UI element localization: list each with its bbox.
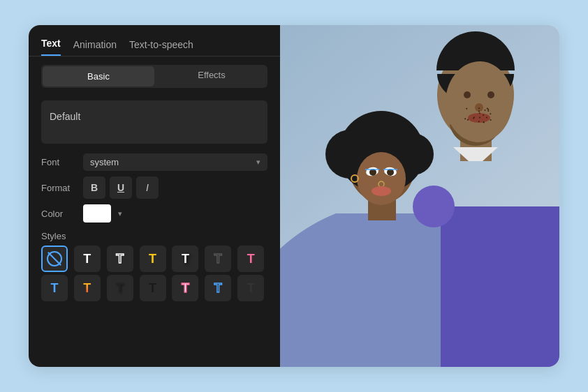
no-sign-icon — [47, 251, 62, 266]
font-row: Font system ▾ — [41, 153, 267, 171]
color-label: Color — [41, 209, 78, 219]
t-bordered-pink-icon: T — [182, 281, 189, 296]
bold-button[interactable]: B — [83, 176, 105, 199]
styles-label: Styles — [41, 231, 267, 241]
color-row: Color ▾ — [41, 204, 267, 223]
tab-text[interactable]: Text — [41, 38, 61, 56]
t-shadow-dark-icon: T — [116, 281, 124, 296]
right-panel — [280, 25, 559, 367]
underline-button[interactable]: U — [110, 176, 132, 199]
style-none[interactable] — [41, 246, 68, 272]
font-value: system — [90, 157, 119, 167]
style-item-9[interactable]: T — [107, 275, 133, 301]
t-pink-icon: T — [247, 252, 255, 266]
style-item-11[interactable]: T — [172, 275, 198, 301]
style-item-6[interactable]: T — [237, 246, 264, 272]
style-item-2[interactable]: T — [107, 246, 133, 272]
chevron-down-icon: ▾ — [256, 158, 260, 167]
format-buttons: B U I — [83, 176, 159, 199]
t-shadow-icon: T — [182, 252, 189, 266]
format-row: Format B U I — [41, 176, 267, 199]
t-white-icon: T — [83, 252, 91, 266]
font-label: Font — [41, 157, 78, 167]
style-item-10[interactable]: T — [140, 275, 166, 301]
color-chevron-icon[interactable]: ▾ — [118, 209, 122, 218]
t-gradient-icon: T — [83, 281, 91, 296]
color-swatch[interactable] — [83, 204, 111, 223]
main-card: Text Animation Text-to-speech Basic Effe… — [29, 25, 559, 367]
font-select[interactable]: system ▾ — [83, 153, 267, 171]
style-item-1[interactable]: T — [74, 246, 101, 272]
t-dark-icon: T — [247, 281, 255, 296]
t-outline-blue-icon: T — [214, 281, 222, 296]
format-label: Format — [41, 183, 78, 193]
tabs-row: Text Animation Text-to-speech — [29, 25, 280, 56]
t-blue-icon: T — [51, 281, 59, 296]
text-preview-area[interactable]: Default — [41, 100, 267, 144]
t-outline-icon: T — [116, 252, 124, 266]
styles-grid: T T T T T T T — [41, 246, 267, 301]
default-text: Default — [50, 111, 80, 122]
left-panel: Text Animation Text-to-speech Basic Effe… — [29, 25, 280, 367]
style-item-3[interactable]: T — [140, 246, 166, 272]
tab-tts[interactable]: Text-to-speech — [129, 39, 193, 56]
style-item-7[interactable]: T — [41, 275, 68, 301]
style-item-13[interactable]: T — [237, 275, 264, 301]
style-item-8[interactable]: T — [74, 275, 101, 301]
style-item-5[interactable]: T — [205, 246, 231, 272]
style-item-12[interactable]: T — [205, 275, 231, 301]
t-outline-dark-icon: T — [214, 252, 222, 266]
style-item-4[interactable]: T — [172, 246, 198, 272]
sub-tab-effects[interactable]: Effects — [156, 65, 267, 88]
t-bold-dark-icon: T — [149, 281, 156, 296]
tab-animation[interactable]: Animation — [73, 39, 117, 56]
t-yellow-icon: T — [149, 252, 156, 266]
portrait-canvas — [280, 25, 559, 367]
sub-tab-basic[interactable]: Basic — [43, 66, 154, 86]
italic-button[interactable]: I — [136, 176, 159, 199]
sub-tabs-row: Basic Effects — [41, 65, 267, 88]
